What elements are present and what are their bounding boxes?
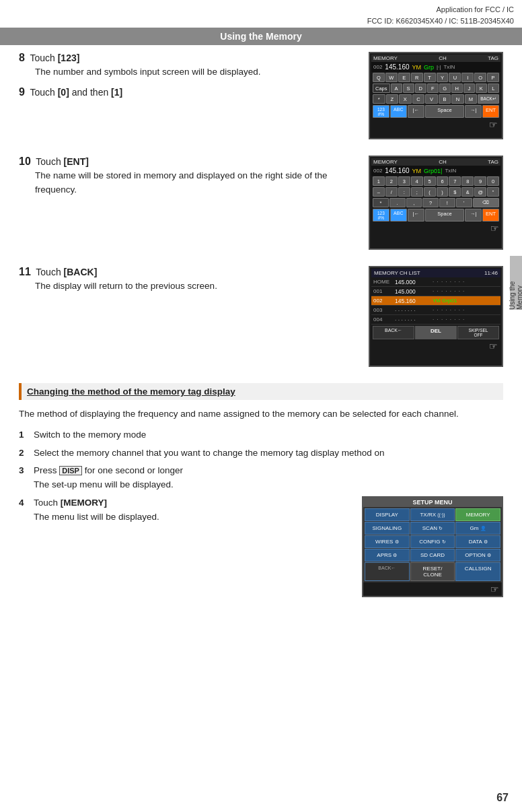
header-line1: Application for FCC / IC	[8, 4, 514, 15]
mem-row-003: 003 · · · · · · · · · · · · · · ·	[371, 306, 500, 315]
page-header: Application for FCC / IC FCC ID: K662034…	[0, 0, 522, 28]
page-number: 67	[496, 792, 509, 804]
section-steps: 1 Switch to the memory mode 2 Select the…	[19, 428, 503, 598]
step-11-num: 11	[19, 266, 31, 277]
step-11-block: 11 Touch [BACK] The display will return …	[19, 266, 503, 367]
header-line2: FCC ID: K6620345X40 / IC: 511B-20345X40	[8, 15, 514, 27]
setup-btn-signaling[interactable]: SIGNALING	[365, 522, 410, 535]
section-title: Changing the method of the memory tag di…	[19, 383, 503, 400]
step-8-body: The number and symbols input screen will…	[19, 65, 369, 79]
step-8-9-text: 8 Touch [123] The number and symbols inp…	[19, 52, 369, 98]
setup-btn-option[interactable]: OPTION ⚙	[455, 549, 500, 562]
screen-2: MEMORY CH TAG 002 145.160 YM Grp01| TxIN…	[369, 156, 503, 250]
mem-row-002: 002 145.160 YM Grp01	[371, 296, 500, 306]
section-step-4: 4 Touch [MEMORY]The menu list will be di…	[19, 496, 355, 525]
section-step-1: 1 Switch to the memory mode	[19, 428, 503, 442]
screen1-row2: CapsASDFGHJKL	[371, 83, 500, 94]
main-content: 8 Touch [123] The number and symbols inp…	[0, 52, 522, 616]
setup-btn-sdcard[interactable]: SD CARD	[410, 549, 455, 562]
side-tab: Using the Memory	[510, 256, 522, 310]
setup-btn-resetclone[interactable]: RESET/CLONE	[410, 562, 455, 581]
section-step-2: 2 Select the memory channel that you wan…	[19, 446, 503, 461]
setup-btn-txrx[interactable]: TX/RX ((·))	[410, 508, 455, 521]
setup-btn-data[interactable]: DATA ⚙	[455, 535, 500, 548]
setup-btn-display[interactable]: DISPLAY	[365, 508, 410, 521]
setup-btn-aprs[interactable]: APRS ⚙	[365, 549, 410, 562]
step-11-text: 11 Touch [BACK] The display will return …	[19, 266, 369, 294]
screen2-freq: 002 145.160 YM Grp01| TxIN	[371, 166, 500, 176]
screen3-cursor: ☞	[371, 340, 500, 352]
setup-menu-screen: SETUP MENU DISPLAY TX/RX ((·)) MEMORY SI…	[362, 496, 503, 597]
section-step-3: 3 Press DISP for one second or longer Th…	[19, 464, 503, 492]
mem-row-home: HOME 145.000 · · · · · · · ·	[371, 277, 500, 287]
step-11-body: The display will return to the previous …	[19, 279, 369, 294]
step-9-label2: [1]	[111, 87, 122, 98]
setup-btn-scan[interactable]: SCAN ↻	[410, 522, 455, 535]
setup-btn-wires[interactable]: WIRES ⚙	[365, 535, 410, 548]
section-intro: The method of displaying the frequency a…	[19, 407, 503, 421]
setup-menu-grid: DISPLAY TX/RX ((·)) MEMORY SIGNALING SCA…	[363, 507, 502, 582]
step-11-label: [BACK]	[64, 267, 98, 277]
setup-menu-cursor: ☞	[363, 582, 502, 596]
setup-btn-gm[interactable]: Gm 👤	[455, 522, 500, 535]
setup-btn-back[interactable]: BACK←	[365, 562, 410, 581]
mem-row-001: 001 145.000 · · · · · · · ·	[371, 287, 500, 296]
screen-1: MEMORY CH TAG 002 145.160 YM Grp |·| TxI…	[369, 52, 503, 139]
step-8-9-block: 8 Touch [123] The number and symbols inp…	[19, 52, 503, 139]
screen1-row3: *ZXCVBNMBACK↵	[371, 94, 500, 104]
screen1-row4: 123#% ABC |← Space →| ENT	[371, 104, 500, 119]
screen2-cursor: ☞	[371, 222, 500, 234]
screen1-topbar: MEMORY CH TAG	[371, 55, 500, 62]
screen2-topbar: MEMORY CH TAG	[371, 158, 500, 166]
screen2-row2: –/:;()$&@"	[371, 187, 500, 197]
step-8-label: [123]	[58, 53, 80, 63]
setup-btn-callsign[interactable]: CALLSIGN	[455, 562, 500, 581]
step-10-block: 10 Touch [ENT] The name will be stored i…	[19, 156, 503, 250]
step-9-num: 9	[19, 86, 25, 98]
setup-menu-title: SETUP MENU	[363, 498, 502, 507]
step-8-num: 8	[19, 52, 25, 63]
step-10-body: The name will be stored in memory and di…	[19, 169, 369, 197]
setup-btn-config[interactable]: CONFIG ↻	[410, 535, 455, 548]
section-step-4-row: 4 Touch [MEMORY]The menu list will be di…	[19, 496, 503, 597]
setup-btn-memory[interactable]: MEMORY	[455, 508, 500, 521]
screen1-cursor: ☞	[371, 119, 500, 131]
step-10-num: 10	[19, 156, 31, 167]
screen3-btn-row: BACK← DEL SKIP/SELOFF	[371, 325, 500, 340]
screen1-row1: QWERTYUIOP	[371, 72, 500, 83]
step-10-label: [ENT]	[64, 156, 89, 167]
title-bar: Using the Memory	[0, 28, 522, 45]
step-10-text: 10 Touch [ENT] The name will be stored i…	[19, 156, 369, 197]
screen-3: MEMORY CH LIST 11:46 HOME 145.000 · · · …	[369, 266, 503, 367]
screen2-row3: *.,?!'⌫	[371, 197, 500, 208]
section-step-4-text: 4 Touch [MEMORY]The menu list will be di…	[19, 496, 355, 529]
mem-row-004: 004 · · · · · · · · · · · · · · ·	[371, 315, 500, 325]
screen3-topbar: MEMORY CH LIST 11:46	[371, 269, 500, 277]
screen2-row1: 1234567890	[371, 176, 500, 187]
step-9-label: [0]	[58, 87, 69, 98]
screen1-freq: 002 145.160 YM Grp |·| TxIN	[371, 62, 500, 72]
screen2-row4: 123#% ABC |← Space →| ENT	[371, 208, 500, 222]
